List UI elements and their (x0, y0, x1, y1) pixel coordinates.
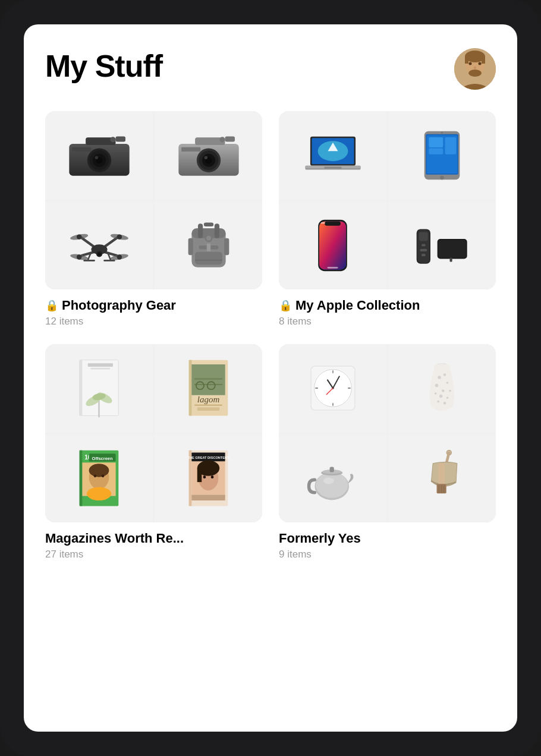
svg-rect-70 (324, 167, 341, 169)
collection-count-photography: 12 items (45, 316, 262, 327)
collection-images-formerly (279, 344, 496, 522)
svg-text:THE GREAT DISCONTENT: THE GREAT DISCONTENT (187, 455, 229, 459)
image-cell-magazine1 (45, 344, 153, 433)
app-container: My Stuff (24, 24, 517, 732)
svg-rect-109 (194, 384, 222, 385)
svg-rect-114 (197, 408, 220, 411)
svg-rect-168 (438, 464, 445, 485)
svg-point-155 (439, 395, 442, 398)
svg-rect-105 (189, 360, 192, 416)
image-cell-dustpan (388, 434, 496, 523)
svg-point-7 (469, 62, 472, 65)
avatar[interactable] (454, 48, 496, 90)
collection-apple[interactable]: 🔒 My Apple Collection 8 items (279, 111, 496, 327)
image-cell-camera2 (155, 111, 262, 200)
svg-rect-116 (80, 450, 83, 506)
svg-point-152 (435, 384, 438, 387)
svg-point-123 (87, 487, 111, 500)
svg-point-165 (323, 478, 334, 484)
svg-rect-136 (191, 494, 225, 500)
svg-text:lagom: lagom (197, 395, 220, 404)
image-cell-magazine4: THE GREAT DISCONTENT (155, 434, 262, 523)
svg-rect-82 (319, 221, 346, 269)
svg-rect-97 (80, 360, 83, 416)
svg-rect-90 (419, 232, 427, 241)
image-cell-kettle (279, 434, 386, 523)
svg-rect-19 (115, 137, 125, 142)
collection-images-apple (279, 111, 496, 289)
svg-point-8 (479, 62, 482, 65)
svg-point-6 (468, 70, 482, 77)
svg-rect-87 (438, 240, 466, 258)
image-cell-backpack (155, 201, 262, 290)
collection-name-apple: 🔒 My Apple Collection (279, 298, 496, 313)
image-cell-macbook (279, 111, 386, 200)
collection-name-magazines: Magazines Worth Re... (45, 531, 262, 546)
svg-rect-55 (203, 222, 213, 226)
svg-point-153 (442, 390, 445, 393)
svg-point-9 (474, 67, 476, 70)
svg-rect-75 (429, 148, 443, 154)
image-cell-magazine2: lagom (155, 344, 262, 433)
collection-count-magazines: 27 items (45, 549, 262, 560)
lock-icon-apple: 🔒 (279, 299, 292, 312)
svg-rect-164 (329, 467, 334, 472)
svg-point-43 (117, 254, 121, 259)
image-cell-vase (388, 344, 496, 433)
image-cell-drone (45, 201, 153, 290)
device-frame: My Stuff (0, 0, 541, 756)
svg-rect-54 (214, 223, 219, 238)
collection-magazines[interactable]: lagom 16 (45, 344, 262, 560)
svg-rect-93 (422, 254, 426, 256)
svg-rect-5 (482, 56, 485, 64)
svg-point-161 (316, 472, 348, 498)
header: My Stuff (45, 48, 496, 90)
svg-point-150 (444, 374, 446, 377)
svg-rect-99 (90, 368, 110, 370)
collection-name-formerly: Formerly Yes (279, 531, 496, 546)
svg-rect-108 (194, 379, 222, 380)
svg-rect-113 (194, 405, 222, 406)
svg-rect-98 (88, 364, 113, 367)
collection-formerly-yes[interactable]: Formerly Yes 9 items (279, 344, 496, 560)
svg-point-159 (437, 401, 439, 403)
collection-images-photography (45, 111, 262, 289)
image-cell-magazine3: 16 Offscreen (45, 434, 153, 523)
svg-point-156 (446, 397, 449, 399)
collection-photography-gear[interactable]: 🔒 Photography Gear 12 items (45, 111, 262, 327)
svg-point-134 (203, 475, 206, 478)
svg-rect-4 (465, 56, 468, 64)
svg-rect-60 (188, 238, 193, 255)
image-cell-iphone (279, 201, 386, 290)
svg-rect-53 (198, 223, 203, 238)
svg-point-149 (438, 376, 441, 379)
lock-icon-photography: 🔒 (45, 299, 58, 312)
image-cell-clock (279, 344, 386, 433)
svg-rect-83 (325, 221, 341, 225)
svg-text:Offscreen: Offscreen (92, 455, 113, 461)
svg-rect-85 (321, 222, 325, 223)
image-cell-appletv (388, 201, 496, 290)
svg-rect-74 (429, 137, 443, 147)
svg-rect-30 (225, 137, 235, 142)
svg-rect-107 (191, 364, 225, 395)
svg-rect-91 (422, 244, 426, 247)
page-title: My Stuff (45, 48, 162, 84)
svg-rect-92 (420, 249, 427, 251)
collection-name-photography: 🔒 Photography Gear (45, 298, 262, 313)
svg-point-124 (94, 474, 97, 477)
svg-point-17 (95, 156, 98, 160)
svg-point-77 (440, 175, 444, 179)
svg-rect-57 (206, 243, 210, 251)
svg-point-151 (446, 382, 449, 384)
svg-point-158 (444, 402, 446, 405)
svg-point-63 (206, 235, 210, 240)
collection-count-apple: 8 items (279, 316, 496, 327)
svg-point-135 (211, 475, 214, 478)
svg-rect-84 (328, 267, 338, 269)
svg-rect-94 (449, 258, 452, 262)
svg-point-40 (76, 234, 81, 239)
svg-point-157 (435, 392, 437, 395)
image-cell-ipad (388, 111, 496, 200)
svg-rect-20 (72, 147, 91, 152)
